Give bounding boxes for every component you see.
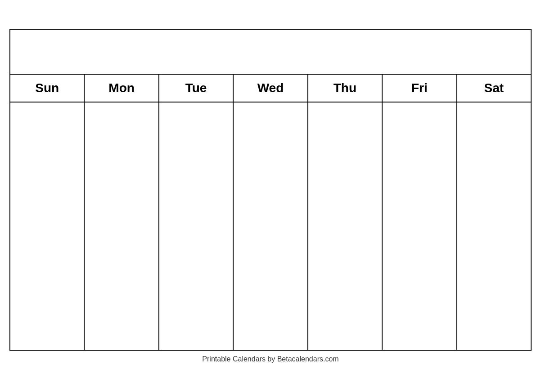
cell-5-2	[85, 300, 159, 350]
cell-3-1	[10, 201, 85, 251]
cell-2-4	[234, 152, 308, 201]
cell-3-4	[234, 201, 308, 251]
calendar-row-1	[10, 102, 531, 152]
cell-3-6	[383, 201, 457, 251]
cell-3-5	[308, 201, 383, 251]
cell-2-3	[159, 152, 234, 201]
cell-1-3	[159, 102, 234, 152]
header-tue: Tue	[159, 75, 234, 102]
cell-2-1	[10, 152, 85, 201]
cell-1-2	[85, 102, 159, 152]
cell-4-7	[457, 251, 531, 300]
cell-3-7	[457, 201, 531, 251]
cell-1-4	[234, 102, 308, 152]
calendar-row-4	[10, 251, 531, 300]
cell-1-5	[308, 102, 383, 152]
cell-5-4	[234, 300, 308, 350]
header-wed: Wed	[234, 75, 308, 102]
calendar-row-3	[10, 201, 531, 251]
cell-4-5	[308, 251, 383, 300]
header-fri: Fri	[383, 75, 457, 102]
cell-4-4	[234, 251, 308, 300]
cell-2-6	[383, 152, 457, 201]
calendar-container: Sun Mon Tue Wed Thu Fri Sat	[9, 29, 532, 351]
cell-5-1	[10, 300, 85, 350]
header-sun: Sun	[10, 75, 85, 102]
cell-3-2	[85, 201, 159, 251]
header-mon: Mon	[85, 75, 159, 102]
header-sat: Sat	[457, 75, 531, 102]
cell-5-7	[457, 300, 531, 350]
cell-4-3	[159, 251, 234, 300]
cell-1-1	[10, 102, 85, 152]
cell-5-5	[308, 300, 383, 350]
cell-5-3	[159, 300, 234, 350]
header-thu: Thu	[308, 75, 383, 102]
calendar-row-2	[10, 152, 531, 201]
cell-1-6	[383, 102, 457, 152]
cell-4-2	[85, 251, 159, 300]
footer-text: Printable Calendars by Betacalendars.com	[202, 355, 338, 363]
cell-5-6	[383, 300, 457, 350]
calendar-row-5	[10, 300, 531, 350]
cell-3-3	[159, 201, 234, 251]
calendar-grid	[10, 102, 531, 350]
cell-2-2	[85, 152, 159, 201]
cell-2-7	[457, 152, 531, 201]
calendar-header: Sun Mon Tue Wed Thu Fri Sat	[10, 75, 531, 102]
page-wrapper: Sun Mon Tue Wed Thu Fri Sat	[0, 0, 541, 392]
cell-1-7	[457, 102, 531, 152]
calendar-title-row	[10, 30, 531, 75]
cell-2-5	[308, 152, 383, 201]
cell-4-1	[10, 251, 85, 300]
cell-4-6	[383, 251, 457, 300]
